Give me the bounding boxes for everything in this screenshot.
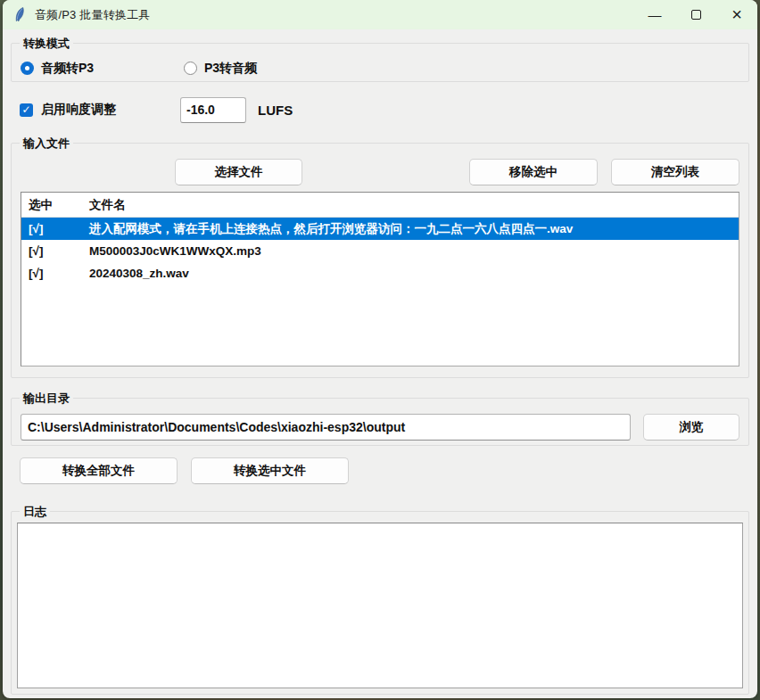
minimize-icon[interactable]: — — [634, 0, 675, 29]
convert-all-button[interactable]: 转换全部文件 — [20, 457, 178, 484]
radio-audio-to-p3[interactable]: 音频转P3 — [21, 61, 184, 77]
column-header-filename[interactable]: 文件名 — [84, 197, 739, 213]
output-path-input[interactable] — [21, 414, 631, 441]
radio-selected-icon[interactable] — [21, 62, 34, 75]
file-table[interactable]: 选中 文件名 [√] 进入配网模式，请在手机上连接热点，然后打开浏览器访问：一九… — [21, 192, 739, 366]
log-group-label: 日志 — [20, 504, 50, 519]
log-group: 日志 — [11, 511, 749, 695]
remove-selected-button[interactable]: 移除选中 — [469, 159, 598, 185]
input-files-group: 输入文件 选择文件 移除选中 清空列表 选中 文件名 [√] 进入配网模式，请在… — [11, 143, 749, 378]
loudness-row: ✓ 启用响度调整 LUFS — [11, 96, 749, 123]
clear-list-button[interactable]: 清空列表 — [611, 159, 739, 185]
table-row[interactable]: [√] 20240308_zh.wav — [21, 262, 739, 284]
table-row[interactable]: [√] 进入配网模式，请在手机上连接热点，然后打开浏览器访问：一九二点一六八点四… — [21, 218, 739, 240]
app-window: 音频/P3 批量转换工具 — × 转换模式 音频转P3 P3转音频 ✓ 启用响度… — [3, 0, 757, 698]
tk-feather-icon — [3, 7, 29, 22]
mode-group: 转换模式 音频转P3 P3转音频 — [11, 43, 749, 82]
convert-selected-button[interactable]: 转换选中文件 — [191, 457, 349, 484]
title-bar[interactable]: 音频/P3 批量转换工具 — × — [3, 0, 757, 29]
loudness-checkbox-label[interactable]: 启用响度调整 — [41, 102, 116, 118]
close-icon[interactable]: × — [716, 0, 757, 29]
select-files-button[interactable]: 选择文件 — [175, 159, 302, 185]
table-row[interactable]: [√] M500003J0cWK1WWxQX.mp3 — [21, 240, 739, 262]
column-header-checked[interactable]: 选中 — [21, 197, 84, 213]
file-table-header[interactable]: 选中 文件名 — [21, 193, 739, 218]
window-body: 转换模式 音频转P3 P3转音频 ✓ 启用响度调整 LUFS 输入文件 选择文件… — [3, 29, 757, 698]
window-title: 音频/P3 批量转换工具 — [35, 7, 151, 23]
checkbox-checked-icon[interactable]: ✓ — [20, 103, 33, 117]
lufs-unit-label: LUFS — [258, 103, 293, 118]
file-buttons-row: 选择文件 移除选中 清空列表 — [21, 159, 739, 185]
output-dir-group: 输出目录 浏览 — [11, 398, 749, 446]
radio-p3-to-audio[interactable]: P3转音频 — [184, 61, 257, 77]
output-dir-group-label: 输出目录 — [20, 391, 73, 406]
log-textarea[interactable] — [17, 523, 743, 688]
radio-unselected-icon[interactable] — [184, 62, 197, 75]
loudness-value-input[interactable] — [180, 97, 246, 123]
browse-button[interactable]: 浏览 — [643, 414, 739, 441]
action-buttons-row: 转换全部文件 转换选中文件 — [11, 457, 749, 484]
maximize-icon[interactable] — [675, 0, 716, 29]
mode-group-label: 转换模式 — [20, 36, 73, 51]
input-files-group-label: 输入文件 — [20, 136, 73, 151]
